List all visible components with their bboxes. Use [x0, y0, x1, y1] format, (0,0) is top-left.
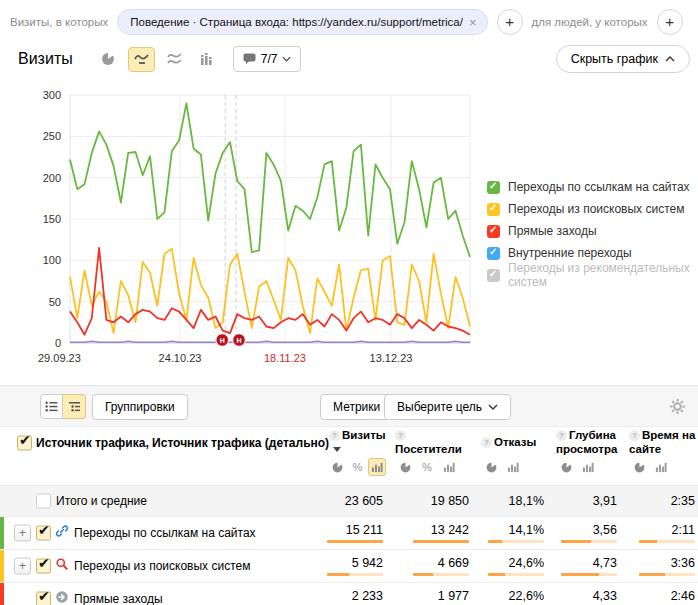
- percent-display-button[interactable]: %: [349, 458, 367, 476]
- svg-text:300: 300: [43, 89, 61, 101]
- time-share-bar: [639, 540, 695, 543]
- chart-legend: Переходы по ссылкам на сайтах Переходы и…: [487, 176, 698, 286]
- link-icon: [55, 524, 69, 542]
- visitors-share-bar: [413, 540, 469, 543]
- bars-display-button[interactable]: [439, 458, 459, 476]
- comments-count: 7/7: [261, 52, 278, 66]
- comments-button[interactable]: 7/7: [233, 46, 302, 72]
- svg-text:18.11.23: 18.11.23: [264, 352, 306, 364]
- histogram-chart-type-button[interactable]: [194, 47, 221, 72]
- bars-display-button[interactable]: [651, 458, 671, 476]
- pie-icon: [485, 461, 498, 474]
- help-icon[interactable]: ?: [329, 430, 340, 441]
- table-toolbar: Группировки Метрики Выберите цель: [0, 385, 698, 427]
- row-checkbox[interactable]: [36, 559, 51, 574]
- table-settings-gear-icon[interactable]: [669, 398, 686, 419]
- pie-icon: [560, 461, 573, 474]
- svg-text:Н: Н: [220, 337, 225, 344]
- add-visit-condition-button[interactable]: +: [497, 9, 523, 35]
- metrics-button[interactable]: Метрики: [320, 394, 393, 420]
- groupings-button[interactable]: Группировки: [92, 394, 188, 420]
- bounce-share-bar: [488, 540, 544, 543]
- pie-icon: [331, 461, 344, 474]
- totals-bounce: 18,1%: [509, 494, 544, 508]
- bars-display-button[interactable]: [578, 458, 598, 476]
- help-icon[interactable]: ?: [556, 430, 567, 441]
- hide-chart-button[interactable]: Скрыть график: [556, 45, 690, 73]
- visits-condition-label: Визиты, в которых: [10, 16, 108, 28]
- svg-text:250: 250: [43, 130, 61, 142]
- visits-chart-area: 05010015020025030029.09.2324.10.2318.11.…: [8, 85, 486, 367]
- pie-display-button[interactable]: [556, 458, 576, 476]
- depth-share-bar: [561, 573, 617, 576]
- chevron-down-icon: [488, 404, 498, 410]
- row-color-strip: [0, 583, 4, 605]
- column-header-depth[interactable]: ?Глубина просмотра: [547, 429, 620, 457]
- line-chart-type-button[interactable]: [128, 47, 155, 72]
- table-row: + Переходы из поисковых систем 5 942 4 6…: [0, 549, 698, 582]
- svg-text:150: 150: [43, 213, 61, 225]
- remove-segment-icon[interactable]: ×: [469, 15, 477, 30]
- segment-chip[interactable]: Поведение · Страница входа: https://yand…: [117, 9, 487, 35]
- legend-item-search[interactable]: Переходы из поисковых систем: [487, 198, 698, 220]
- column-header-time[interactable]: ?Время на сайте: [620, 429, 698, 457]
- row-checkbox[interactable]: [36, 526, 51, 541]
- legend-item-links[interactable]: Переходы по ссылкам на сайтах: [487, 176, 698, 198]
- pie-chart-type-button[interactable]: [95, 47, 122, 72]
- view-mode-group: [40, 394, 86, 419]
- bars-icon: [582, 461, 594, 473]
- pie-display-button[interactable]: [629, 458, 649, 476]
- sort-desc-icon: [333, 447, 341, 452]
- legend-item-recommendation[interactable]: Переходы из рекомендательных систем: [487, 264, 698, 286]
- visits-share-bar: [327, 540, 383, 543]
- pie-icon: [100, 51, 116, 67]
- column-display-toggles: % %: [0, 458, 698, 485]
- legend-item-direct[interactable]: Прямые заходы: [487, 220, 698, 242]
- row-color-strip: [0, 517, 4, 549]
- totals-row: Итого и средние 23 605 19 850 18,1% 3,91…: [0, 485, 698, 516]
- pie-display-button[interactable]: [395, 458, 415, 476]
- help-icon[interactable]: ?: [629, 430, 640, 441]
- bars-display-button[interactable]: [368, 458, 386, 476]
- bars-display-button[interactable]: [503, 458, 523, 476]
- tree-view-button[interactable]: [63, 394, 86, 419]
- add-people-condition-button[interactable]: +: [657, 9, 683, 35]
- expand-row-button[interactable]: +: [14, 558, 31, 575]
- row-label[interactable]: Переходы по ссылкам на сайтах: [74, 526, 256, 540]
- expand-row-button[interactable]: +: [14, 525, 31, 542]
- totals-checkbox[interactable]: [36, 494, 51, 509]
- checked-checkbox-icon: [487, 247, 500, 260]
- help-icon[interactable]: ?: [395, 430, 406, 441]
- dimension-header: Источник трафика, Источник трафика (дета…: [36, 436, 329, 450]
- stacked-area-chart-type-button[interactable]: [161, 47, 188, 72]
- pie-display-button[interactable]: [329, 458, 347, 476]
- row-label[interactable]: Прямые заходы: [74, 592, 163, 605]
- totals-label: Итого и средние: [56, 494, 147, 508]
- row-color-strip: [0, 550, 4, 582]
- chevron-down-icon: [282, 56, 291, 62]
- select-all-checkbox[interactable]: [17, 435, 32, 450]
- visits-chart[interactable]: 05010015020025030029.09.2324.10.2318.11.…: [8, 85, 486, 367]
- goal-selector-button[interactable]: Выберите цель: [384, 394, 511, 420]
- totals-time: 2:35: [671, 494, 695, 508]
- stacked-area-icon: [166, 52, 183, 66]
- column-header-visitors[interactable]: ?Посетители: [386, 429, 472, 457]
- chevron-up-icon: [665, 56, 675, 62]
- row-label[interactable]: Переходы из поисковых систем: [74, 559, 250, 573]
- help-icon[interactable]: ?: [481, 437, 492, 448]
- svg-text:50: 50: [49, 296, 61, 308]
- pie-display-button[interactable]: [481, 458, 501, 476]
- column-header-visits[interactable]: ?Визиты: [320, 429, 386, 457]
- checked-checkbox-icon: [487, 225, 500, 238]
- bars-icon: [371, 461, 383, 473]
- percent-display-button[interactable]: %: [417, 458, 437, 476]
- svg-text:Н: Н: [236, 337, 241, 344]
- svg-text:24.10.23: 24.10.23: [159, 352, 202, 364]
- chart-header: Визиты: [18, 44, 690, 74]
- table-row: Прямые заходы 2 233 1 977 22,6% 4,33 2:4…: [0, 582, 698, 605]
- yandex-metrica-report: Визиты, в которых Поведение · Страница в…: [0, 0, 698, 605]
- segment-filter-bar: Визиты, в которых Поведение · Страница в…: [10, 6, 692, 38]
- flat-list-view-button[interactable]: [40, 394, 63, 419]
- row-checkbox[interactable]: [36, 592, 51, 605]
- column-header-bounces[interactable]: ?Отказы: [472, 436, 547, 450]
